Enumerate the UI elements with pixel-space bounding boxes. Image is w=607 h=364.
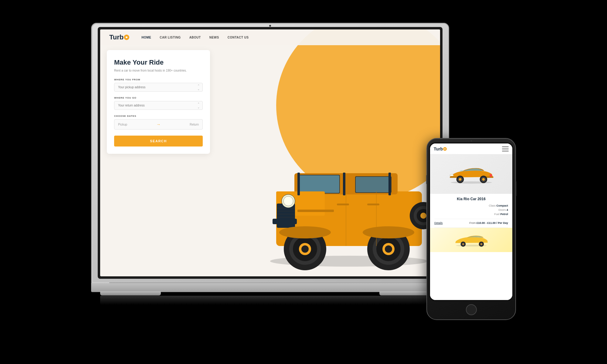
laptop-screen: Turb HOME CAR LISTING ABOUT NEWS CONTACT… [100, 29, 440, 276]
phone-camera [470, 140, 472, 142]
svg-rect-4 [298, 175, 339, 193]
search-button[interactable]: SEARCH [114, 136, 203, 147]
nav-home[interactable]: HOME [141, 36, 151, 39]
form-title: Make Your Ride [114, 59, 203, 66]
svg-point-38 [420, 213, 426, 219]
logo: Turb [109, 33, 129, 41]
return-date: Return [163, 123, 199, 126]
navigation: Turb HOME CAR LISTING ABOUT NEWS CONTACT… [100, 29, 440, 45]
class-value: Compact [496, 204, 508, 207]
car-price: From £10.00 - £11.00 / Per Day [469, 221, 508, 224]
phone-screen-bezel: Turb [429, 142, 514, 301]
price-from-label: From [469, 221, 476, 224]
svg-point-22 [301, 245, 309, 253]
laptop-foot-left [100, 291, 161, 295]
svg-point-27 [385, 245, 392, 253]
car-fuel-spec: Fuel Petrol [434, 213, 508, 216]
svg-rect-34 [297, 210, 334, 212]
form-subtitle: Rent a car to move from local hosts in 1… [114, 69, 203, 72]
scene: Turb HOME CAR LISTING ABOUT NEWS CONTACT… [91, 23, 516, 341]
car-doors-spec: Doors 4 [434, 208, 508, 211]
laptop-screen-bezel: Turb HOME CAR LISTING ABOUT NEWS CONTACT… [98, 27, 443, 279]
hero-car-image [252, 125, 440, 270]
nav-about[interactable]: ABOUT [189, 36, 201, 39]
laptop-body: Turb HOME CAR LISTING ABOUT NEWS CONTACT… [91, 23, 449, 284]
dates-label: CHOOSE DATES [114, 115, 203, 117]
details-link[interactable]: Details [434, 221, 443, 224]
menu-line-2 [502, 149, 509, 149]
logo-o-icon [124, 35, 129, 40]
doors-label: Doors [498, 208, 506, 211]
svg-rect-30 [337, 204, 349, 205]
second-car-image [430, 228, 512, 252]
svg-point-28 [279, 226, 331, 238]
laptop-device: Turb HOME CAR LISTING ABOUT NEWS CONTACT… [91, 23, 449, 320]
phone-listing: Kia Rio Car 2016 Class Compact Doors 4 F… [430, 154, 512, 300]
svg-point-50 [482, 178, 485, 181]
laptop-reflection [100, 296, 440, 305]
svg-rect-41 [388, 173, 391, 195]
nav-news[interactable]: NEWS [209, 36, 219, 39]
pickup-input[interactable] [114, 83, 203, 92]
date-arrow-icon: → [156, 122, 161, 127]
phone-home-button[interactable] [466, 304, 477, 315]
class-label: Class [489, 204, 496, 207]
phone-body: Turb [426, 138, 516, 320]
phone-power-button [515, 181, 516, 196]
svg-rect-39 [297, 173, 300, 195]
website: Turb HOME CAR LISTING ABOUT NEWS CONTACT… [100, 29, 440, 276]
where-from-label: WHERE YOU FROM [114, 78, 203, 81]
svg-rect-17 [273, 219, 297, 224]
doors-value: 4 [507, 208, 508, 211]
car-class-spec: Class Compact [434, 204, 508, 207]
car-listing-details: Kia Rio Car 2016 Class Compact Doors 4 F… [430, 194, 512, 228]
pickup-date: Pickup [118, 123, 154, 126]
date-row[interactable]: Pickup → Return [114, 119, 203, 130]
return-input-wrap: ⌃⌄ [114, 101, 203, 110]
fuel-value: Petrol [500, 213, 508, 216]
return-input[interactable] [114, 101, 203, 110]
phone-navigation: Turb [430, 143, 512, 154]
svg-rect-31 [367, 204, 379, 205]
phone-logo-text: Turb [434, 147, 443, 151]
phone-menu-button[interactable] [502, 147, 509, 151]
car-listing-title: Kia Rio Car 2016 [434, 197, 508, 201]
svg-point-51 [450, 174, 453, 176]
phone-volume-button [426, 175, 427, 184]
svg-point-29 [363, 226, 414, 238]
svg-point-59 [480, 243, 482, 245]
phone-logo: Turb [434, 147, 447, 151]
where-go-label: WHERE YOU GO [114, 96, 203, 99]
logo-text: Turb [109, 33, 124, 41]
svg-rect-52 [490, 174, 492, 177]
nav-links: HOME CAR LISTING ABOUT NEWS CONTACT US [141, 36, 249, 39]
phone-device: Turb [426, 138, 516, 326]
svg-point-47 [459, 178, 461, 181]
car-listing-footer: Details From £10.00 - £11.00 / Per Day [434, 219, 508, 224]
car-listing-image [430, 154, 512, 194]
svg-rect-40 [343, 173, 345, 195]
nav-car-listing[interactable]: CAR LISTING [160, 36, 181, 39]
svg-point-56 [462, 243, 464, 245]
nav-contact[interactable]: CONTACT US [228, 36, 249, 39]
svg-point-16 [283, 196, 293, 206]
laptop-base [91, 283, 449, 292]
menu-line-3 [502, 151, 509, 151]
price-range: £10.00 - £11.00 / Per Day [476, 221, 508, 224]
laptop-camera [269, 25, 271, 27]
svg-rect-6 [356, 177, 391, 192]
fuel-label: Fuel [494, 213, 500, 216]
phone-screen: Turb [430, 143, 512, 300]
phone-logo-o-icon [443, 147, 447, 151]
menu-line-1 [502, 147, 509, 147]
pickup-input-wrap: ⌃⌄ [114, 83, 203, 92]
search-form-card: Make Your Ride Rent a car to move from l… [107, 50, 210, 154]
